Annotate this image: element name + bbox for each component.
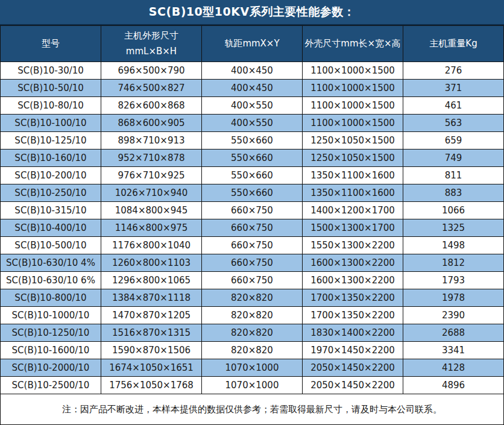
table-cell: SC(B)10-80/10 bbox=[1, 97, 101, 115]
table-cell: SC(B)10-630/10 6% bbox=[1, 272, 101, 289]
table-cell: 2050×1450×2200 bbox=[303, 377, 403, 394]
table-cell: 1674×1050×1651 bbox=[101, 359, 202, 377]
table-cell: SC(B)10-30/10 bbox=[1, 62, 101, 80]
column-header: 主机重量Kg bbox=[403, 26, 504, 62]
table-cell: 1146×800×975 bbox=[101, 219, 202, 237]
table-row: SC(B)10-125/10898×710×913550×6601250×105… bbox=[1, 132, 504, 150]
table-cell: 976×710×925 bbox=[101, 167, 202, 184]
table-cell: 660×750 bbox=[202, 202, 303, 219]
table-cell: 3341 bbox=[403, 342, 504, 359]
table-cell: 1470×870×1205 bbox=[101, 307, 202, 324]
table-cell: 1350×1100×1600 bbox=[303, 167, 403, 184]
table-cell: 400×450 bbox=[202, 62, 303, 80]
table-cell: 660×750 bbox=[202, 272, 303, 289]
table-cell: 1100×1000×1500 bbox=[303, 62, 403, 80]
page-title: SC(B)10型10KV系列主要性能参数： bbox=[0, 0, 504, 25]
table-cell: 400×550 bbox=[202, 97, 303, 115]
table-cell: 371 bbox=[403, 80, 504, 97]
table-cell: 1066 bbox=[403, 202, 504, 219]
column-header: 轨距mmX×Y bbox=[202, 26, 303, 62]
column-header: 外壳尺寸mm长×宽×高 bbox=[303, 26, 403, 62]
table-cell: 550×660 bbox=[202, 167, 303, 184]
table-cell: 1498 bbox=[403, 237, 504, 254]
table-cell: SC(B)10-400/10 bbox=[1, 219, 101, 237]
table-cell: 1250×1050×1500 bbox=[303, 132, 403, 150]
table-cell: 1830×1400×2200 bbox=[303, 324, 403, 342]
table-cell: 868×600×905 bbox=[101, 115, 202, 132]
table-cell: 2688 bbox=[403, 324, 504, 342]
table-cell: 1700×1350×2200 bbox=[303, 307, 403, 324]
table-row: SC(B)10-500/101176×800×1040660×7501550×1… bbox=[1, 237, 504, 254]
table-cell: 696×500×790 bbox=[101, 62, 202, 80]
table-cell: 2390 bbox=[403, 307, 504, 324]
table-cell: 660×750 bbox=[202, 254, 303, 272]
table-cell: 820×820 bbox=[202, 307, 303, 324]
table-row: SC(B)10-630/10 4%1260×800×1103660×750160… bbox=[1, 254, 504, 272]
table-row: SC(B)10-2000/101674×1050×16511070×100020… bbox=[1, 359, 504, 377]
table-row: SC(B)10-100/10868×600×905400×5501100×100… bbox=[1, 115, 504, 132]
spec-table-body: SC(B)10-30/10696×500×790400×4501100×1000… bbox=[1, 62, 504, 394]
table-cell: SC(B)10-50/10 bbox=[1, 80, 101, 97]
footer-note: 注：因产品不断改进，本样本提供的数据仅供参考；若需取得最新尺寸，请及时与本公司联… bbox=[0, 394, 504, 425]
table-cell: 2050×1450×2200 bbox=[303, 359, 403, 377]
table-cell: 4896 bbox=[403, 377, 504, 394]
table-cell: 746×500×827 bbox=[101, 80, 202, 97]
table-row: SC(B)10-200/10976×710×925550×6601350×110… bbox=[1, 167, 504, 184]
table-cell: 749 bbox=[403, 150, 504, 167]
table-cell: 811 bbox=[403, 167, 504, 184]
table-cell: 1350×1100×1600 bbox=[303, 184, 403, 202]
table-row: SC(B)10-315/101084×800×945660×7501400×12… bbox=[1, 202, 504, 219]
table-cell: 563 bbox=[403, 115, 504, 132]
column-header: 主机外形尺寸 mmL×B×H bbox=[101, 26, 202, 62]
table-cell: 1756×1050×1768 bbox=[101, 377, 202, 394]
table-cell: 1590×870×1506 bbox=[101, 342, 202, 359]
table-cell: SC(B)10-500/10 bbox=[1, 237, 101, 254]
table-row: SC(B)10-630/10 6%1296×800×1065660×750160… bbox=[1, 272, 504, 289]
table-cell: 1812 bbox=[403, 254, 504, 272]
table-cell: 1026×710×940 bbox=[101, 184, 202, 202]
table-cell: 1400×1200×1700 bbox=[303, 202, 403, 219]
table-cell: 550×660 bbox=[202, 184, 303, 202]
table-cell: 883 bbox=[403, 184, 504, 202]
table-cell: 952×710×878 bbox=[101, 150, 202, 167]
table-cell: 400×450 bbox=[202, 80, 303, 97]
table-cell: 820×820 bbox=[202, 324, 303, 342]
table-cell: 1100×1000×1500 bbox=[303, 115, 403, 132]
table-row: SC(B)10-1000/101470×870×1205820×8201700×… bbox=[1, 307, 504, 324]
table-cell: 1516×870×1315 bbox=[101, 324, 202, 342]
table-cell: 1550×1300×2200 bbox=[303, 237, 403, 254]
table-cell: 1070×1000 bbox=[202, 359, 303, 377]
table-cell: 1384×870×1118 bbox=[101, 289, 202, 307]
table-cell: SC(B)10-800/10 bbox=[1, 289, 101, 307]
table-cell: 1176×800×1040 bbox=[101, 237, 202, 254]
table-cell: 1325 bbox=[403, 219, 504, 237]
table-cell: 826×600×868 bbox=[101, 97, 202, 115]
table-cell: 898×710×913 bbox=[101, 132, 202, 150]
table-cell: 1700×1350×2200 bbox=[303, 289, 403, 307]
table-cell: 1793 bbox=[403, 272, 504, 289]
table-cell: 276 bbox=[403, 62, 504, 80]
spec-sheet-page: SC(B)10型10KV系列主要性能参数： 型号主机外形尺寸 mmL×B×H轨距… bbox=[0, 0, 504, 425]
table-row: SC(B)10-160/10952×710×878550×6601250×105… bbox=[1, 150, 504, 167]
table-cell: SC(B)10-100/10 bbox=[1, 115, 101, 132]
table-cell: 4128 bbox=[403, 359, 504, 377]
table-cell: SC(B)10-315/10 bbox=[1, 202, 101, 219]
table-cell: SC(B)10-2500/10 bbox=[1, 377, 101, 394]
table-cell: SC(B)10-200/10 bbox=[1, 167, 101, 184]
table-cell: 550×660 bbox=[202, 150, 303, 167]
table-cell: 1978 bbox=[403, 289, 504, 307]
table-cell: 1084×800×945 bbox=[101, 202, 202, 219]
table-cell: 1600×1300×2200 bbox=[303, 254, 403, 272]
table-row: SC(B)10-50/10746×500×827400×4501100×1000… bbox=[1, 80, 504, 97]
table-cell: 400×550 bbox=[202, 115, 303, 132]
table-cell: SC(B)10-160/10 bbox=[1, 150, 101, 167]
table-cell: 1500×1300×1700 bbox=[303, 219, 403, 237]
table-cell: 660×750 bbox=[202, 237, 303, 254]
table-cell: SC(B)10-1600/10 bbox=[1, 342, 101, 359]
table-cell: 1296×800×1065 bbox=[101, 272, 202, 289]
spec-table: 型号主机外形尺寸 mmL×B×H轨距mmX×Y外壳尺寸mm长×宽×高主机重量Kg… bbox=[0, 25, 504, 394]
table-cell: 550×660 bbox=[202, 132, 303, 150]
table-row: SC(B)10-80/10826×600×868400×5501100×1000… bbox=[1, 97, 504, 115]
header-row: 型号主机外形尺寸 mmL×B×H轨距mmX×Y外壳尺寸mm长×宽×高主机重量Kg bbox=[1, 26, 504, 62]
spec-table-header: 型号主机外形尺寸 mmL×B×H轨距mmX×Y外壳尺寸mm长×宽×高主机重量Kg bbox=[1, 26, 504, 62]
